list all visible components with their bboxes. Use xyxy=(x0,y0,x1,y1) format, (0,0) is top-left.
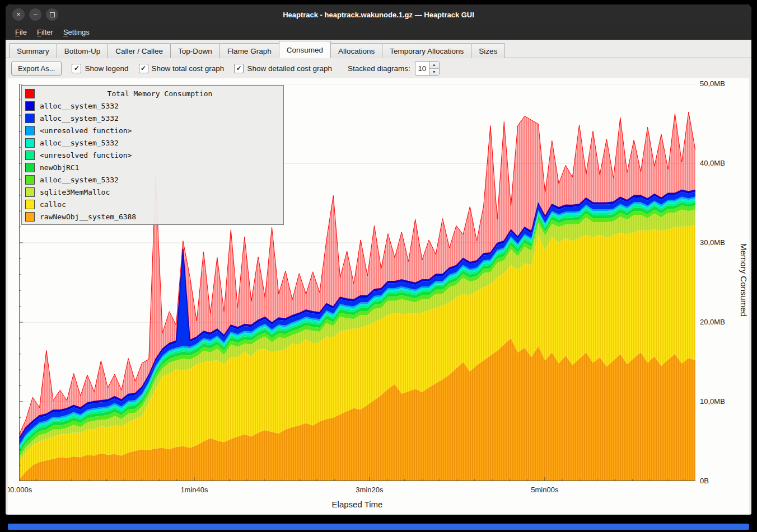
stacked-diagrams-spinbox[interactable]: 10 ▲ ▼ xyxy=(415,61,440,76)
y-tick-label: 10,0MB xyxy=(700,397,725,406)
legend-swatch xyxy=(25,200,35,209)
checkbox-show-legend[interactable]: ✓Show legend xyxy=(72,64,128,73)
tab-bottom-up[interactable]: Bottom-Up xyxy=(57,43,109,58)
close-icon: × xyxy=(16,11,20,18)
legend-entry: alloc__system_5332 xyxy=(25,136,280,149)
checkbox-show-total-cost-graph[interactable]: ✓Show total cost graph xyxy=(139,64,225,73)
y-tick-label: 40,0MB xyxy=(700,159,725,167)
legend-label: rawNewObj__system_6388 xyxy=(40,213,136,221)
menu-file[interactable]: File xyxy=(10,26,32,38)
minimize-button[interactable]: – xyxy=(29,8,41,21)
legend-label: <unresolved function> xyxy=(40,151,132,159)
legend-swatch xyxy=(25,138,35,148)
legend-label: alloc__system_5332 xyxy=(40,139,119,147)
legend-label: sqlite3MemMalloc xyxy=(40,188,110,196)
export-as-button[interactable]: Export As... xyxy=(11,62,62,76)
legend-entry: alloc__system_5332 xyxy=(25,112,280,124)
tab-top-down[interactable]: Top-Down xyxy=(170,43,220,58)
tab-allocations[interactable]: Allocations xyxy=(330,43,382,58)
spinbox-up-icon[interactable]: ▲ xyxy=(429,62,439,69)
checkbox-label: Show detailed cost graph xyxy=(247,64,332,73)
x-tick-label: 00.000s xyxy=(8,486,32,494)
menu-settings[interactable]: Settings xyxy=(58,26,95,38)
legend-swatch xyxy=(25,187,35,197)
x-tick-label: 1min40s xyxy=(180,486,208,494)
legend-swatch xyxy=(25,150,35,160)
spinbox-value: 10 xyxy=(415,62,429,75)
checkbox-label: Show total cost graph xyxy=(152,64,225,73)
y-tick-label: 0B xyxy=(700,477,709,485)
tab-summary[interactable]: Summary xyxy=(9,43,57,58)
y-tick-label: 30,0MB xyxy=(700,238,725,247)
tab-sizes[interactable]: Sizes xyxy=(471,43,505,58)
legend-label: alloc__system_5332 xyxy=(40,102,119,110)
legend-entry: newObjRC1 xyxy=(25,161,280,173)
legend-label: <unresolved function> xyxy=(40,126,132,135)
legend-label: newObjRC1 xyxy=(40,163,79,172)
chart-area: 0B10,0MB20,0MB30,0MB40,0MB50,0MB00.000s1… xyxy=(8,78,749,515)
stacked-diagrams-label: Stacked diagrams: xyxy=(348,64,410,73)
legend-swatch xyxy=(25,175,35,185)
legend-entry: <unresolved function> xyxy=(25,149,280,161)
tab-bar: SummaryBottom-UpCaller / CalleeTop-DownF… xyxy=(6,40,751,58)
toolbar: Export As... ✓Show legend✓Show total cos… xyxy=(6,58,751,78)
legend-entry: alloc__system_5332 xyxy=(25,100,280,112)
checkbox-label: Show legend xyxy=(85,64,128,73)
title-bar[interactable]: × – Heaptrack - heaptrack.wakunode.1.gz … xyxy=(6,4,751,25)
legend-entry: rawNewObj__system_6388 xyxy=(25,210,280,223)
tab-caller-callee[interactable]: Caller / Callee xyxy=(108,43,171,58)
legend-entry: sqlite3MemMalloc xyxy=(25,186,280,198)
checkbox-show-detailed-cost-graph[interactable]: ✓Show detailed cost graph xyxy=(234,64,332,73)
checkmark-icon: ✓ xyxy=(139,64,148,73)
x-tick-label: 5min00s xyxy=(531,486,558,494)
bottom-accent-bar[interactable] xyxy=(8,524,749,530)
maximize-icon xyxy=(50,12,55,17)
legend-swatch-total xyxy=(25,89,35,98)
chart-legend: Total Memory Consumptionalloc__system_53… xyxy=(21,85,284,225)
heaptrack-window: × – Heaptrack - heaptrack.wakunode.1.gz … xyxy=(6,4,751,515)
legend-swatch xyxy=(25,212,35,222)
legend-entry: <unresolved function> xyxy=(25,124,280,136)
legend-entry: calloc xyxy=(25,198,280,210)
tab-temporary-allocations[interactable]: Temporary Allocations xyxy=(382,43,471,58)
menu-filter[interactable]: Filter xyxy=(32,26,58,38)
checkmark-icon: ✓ xyxy=(234,64,244,73)
window-title: Heaptrack - heaptrack.wakunode.1.gz — He… xyxy=(283,11,474,19)
legend-swatch xyxy=(25,101,35,111)
legend-title: Total Memory Consumption xyxy=(40,90,280,98)
legend-swatch xyxy=(25,163,35,172)
tab-flame-graph[interactable]: Flame Graph xyxy=(219,43,279,58)
minimize-icon: – xyxy=(34,11,38,18)
tab-consumed[interactable]: Consumed xyxy=(279,41,331,58)
legend-label: calloc xyxy=(40,200,66,209)
legend-swatch xyxy=(25,114,35,123)
menu-bar: FileFilterSettings xyxy=(6,25,751,40)
legend-swatch xyxy=(25,126,35,135)
y-tick-label: 50,0MB xyxy=(700,79,725,88)
legend-label: alloc__system_5332 xyxy=(40,176,119,184)
close-button[interactable]: × xyxy=(12,8,25,21)
x-tick-label: 3min20s xyxy=(356,486,383,494)
y-axis-title: Memory Consumed xyxy=(739,243,749,317)
legend-label: alloc__system_5332 xyxy=(40,114,119,123)
spinbox-down-icon[interactable]: ▼ xyxy=(429,69,439,76)
checkmark-icon: ✓ xyxy=(72,64,81,73)
y-tick-label: 20,0MB xyxy=(700,318,725,326)
maximize-button[interactable] xyxy=(46,8,58,21)
x-axis-title: Elapsed Time xyxy=(332,500,383,509)
legend-entry: alloc__system_5332 xyxy=(25,173,280,186)
